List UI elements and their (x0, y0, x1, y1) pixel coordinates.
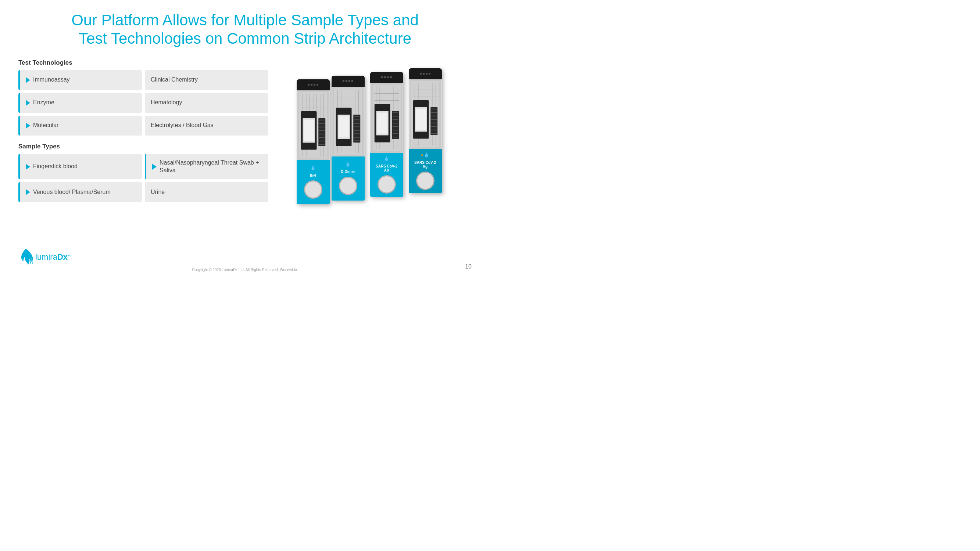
accent-icon (26, 164, 30, 170)
strip-top (409, 79, 442, 149)
item-label: Fingerstick blood (33, 163, 78, 170)
list-item: Electrolytes / Blood Gas (145, 116, 268, 135)
list-item: Clinical Chemistry (145, 70, 268, 90)
strip-inr: 💧 INR (297, 79, 330, 204)
item-label: Immunoassay (33, 76, 70, 84)
content-area: Test Technologies Immunoassay Clinical C… (18, 59, 472, 210)
accent-icon (26, 189, 30, 195)
accent-icon (26, 123, 30, 129)
list-item: Venous blood/ Plasma/Serum (18, 182, 142, 202)
strip-connector (370, 72, 403, 83)
test-technologies-label: Test Technologies (18, 59, 268, 67)
strip-circle (339, 177, 357, 195)
svg-rect-34 (339, 116, 349, 137)
svg-rect-32 (353, 114, 360, 143)
strip-label: INR (299, 173, 327, 178)
test-technologies-grid: Immunoassay Clinical Chemistry Enzyme He… (18, 70, 268, 135)
strip-label: D-Dimer (334, 170, 362, 174)
item-label: Electrolytes / Blood Gas (151, 122, 213, 129)
page-number: 10 (465, 264, 472, 270)
item-label: Clinical Chemistry (151, 76, 198, 84)
sample-types-label: Sample Types (18, 143, 268, 150)
strip-top (332, 87, 365, 157)
item-label: Nasal/Nasopharyngeal Throat Swab + Saliv… (159, 159, 262, 175)
strip-connector (297, 79, 330, 91)
strip-label: SARS CoV-2 Ag (412, 160, 439, 168)
strip-circle (377, 175, 396, 194)
slide-title: Our Platform Allows for Multiple Sample … (18, 11, 472, 48)
strip-circle (304, 180, 322, 199)
strips-illustration: 💧 INR (297, 65, 451, 204)
svg-rect-12 (318, 118, 325, 146)
accent-icon (26, 77, 30, 83)
list-item: Immunoassay (18, 70, 142, 90)
logo-flame-icon (18, 248, 33, 266)
sample-types-grid: Fingerstick blood Nasal/Nasopharyngeal T… (18, 154, 268, 202)
svg-rect-14 (304, 120, 314, 141)
svg-rect-74 (416, 109, 426, 130)
item-label: Molecular (33, 122, 59, 129)
logo: lumiraDx™ (18, 248, 72, 266)
logo-text: lumiraDx™ (35, 252, 72, 262)
svg-rect-54 (377, 113, 387, 133)
strip-top (370, 83, 403, 153)
svg-rect-52 (392, 111, 399, 139)
strip-connector (409, 68, 442, 79)
right-panel: 💧 INR (276, 59, 472, 210)
list-item: Molecular (18, 116, 142, 135)
strip-bottom: 💧 SARS CoV-2 Ab (370, 153, 403, 197)
strip-circle (416, 171, 434, 190)
accent-icon (152, 164, 157, 170)
strip-top (297, 91, 330, 160)
item-label: Enzyme (33, 99, 54, 106)
strip-sars-ab: 💧 SARS CoV-2 Ab (370, 72, 403, 197)
strip-bottom: 💧 INR (297, 160, 330, 204)
strip-bottom: ● 💧 SARS CoV-2 Ag (409, 149, 442, 193)
strip-label: SARS CoV-2 Ab (373, 164, 400, 172)
strip-bottom: 💧 D-Dimer (332, 157, 365, 200)
accent-icon (26, 100, 30, 106)
strip-connector (332, 76, 365, 87)
list-item: Nasal/Nasopharyngeal Throat Swab + Saliv… (145, 154, 268, 179)
item-label: Urine (151, 189, 165, 196)
list-item: Fingerstick blood (18, 154, 142, 179)
list-item: Enzyme (18, 93, 142, 113)
svg-rect-72 (430, 107, 438, 135)
item-label: Venous blood/ Plasma/Serum (33, 189, 111, 196)
left-panel: Test Technologies Immunoassay Clinical C… (18, 59, 268, 210)
list-item: Urine (145, 182, 268, 202)
list-item: Hematology (145, 93, 268, 113)
copyright: Copyright © 2023 LumiraDx Ltd. All Right… (192, 268, 298, 272)
strip-sars-ag: ● 💧 SARS CoV-2 Ag (409, 68, 442, 193)
strip-ddimer: 💧 D-Dimer (332, 76, 365, 200)
item-label: Hematology (151, 99, 182, 106)
slide: Our Platform Allows for Multiple Sample … (0, 0, 490, 275)
